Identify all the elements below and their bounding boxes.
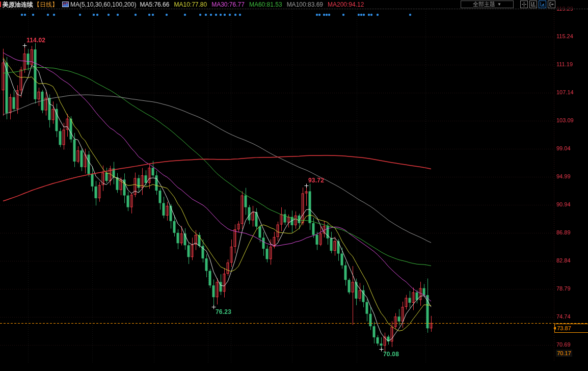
price-axis-label: 74.74 [556,313,571,320]
ma5-value: MA5:76.66 [140,1,169,9]
ma10-value: MA10:77.80 [174,1,207,9]
chart-window: 美原油连续 【日线】 MA(5,10,30,60,100,200) MA5:76… [0,0,588,371]
price-axis-label: 94.99 [556,173,571,180]
theme-dropdown[interactable]: 全部主题 ▼ [461,1,514,8]
left-edge-marker [0,2,1,7]
low-annotation: 70.08 [383,351,399,358]
price-axis-label: 107.14 [556,89,574,96]
ma30-value: MA30:76.77 [211,1,245,9]
price-axis-label: 82.84 [556,257,571,264]
exit-right-button[interactable] [548,1,555,8]
fit-scale-icon [531,2,536,7]
price-axis-label: 90.94 [556,201,571,208]
price-axis-label: 78.79 [556,285,571,292]
pan-crosshair-icon [522,2,526,7]
swing-high-annotation: 93.72 [308,177,324,184]
price-axis-label: 111.19 [556,61,573,68]
swing-low-annotation: 76.23 [216,308,231,315]
fit-scale-button[interactable] [529,1,537,8]
symbol-title: 美原油连续 [3,1,33,9]
current-price-label: 73.87 [554,324,588,333]
ma-settings-label: MA(5,10,30,60,100,200) [70,1,136,9]
ma200-value: MA200:94.12 [328,1,364,9]
price-axis-label: 103.09 [556,117,574,124]
price-axis-label: 115.24 [556,33,573,40]
auto-axis-button[interactable] [539,1,546,8]
chevron-down-icon: ▼ [497,1,501,8]
low-price-label: 70.17 [556,350,572,357]
chart-toolbar: 全部主题 ▼ [461,1,555,8]
price-axis-label: 99.04 [556,145,571,152]
price-axis-label: 86.89 [556,229,571,236]
period-label: 【日线】 [34,1,58,9]
auto-axis-icon [540,2,545,7]
ma60-value: MA60:81.53 [249,1,282,9]
exit-right-icon [549,2,554,7]
candlestick-chart-canvas[interactable] [0,0,588,371]
theme-dropdown-label: 全部主题 [473,1,495,8]
pan-crosshair-button[interactable] [520,1,528,8]
ma100-value: MA100:83.69 [287,1,323,9]
kline-mini-icon[interactable] [62,2,69,7]
high-annotation: 114.02 [26,37,45,44]
price-axis-label: 70.69 [556,341,571,348]
